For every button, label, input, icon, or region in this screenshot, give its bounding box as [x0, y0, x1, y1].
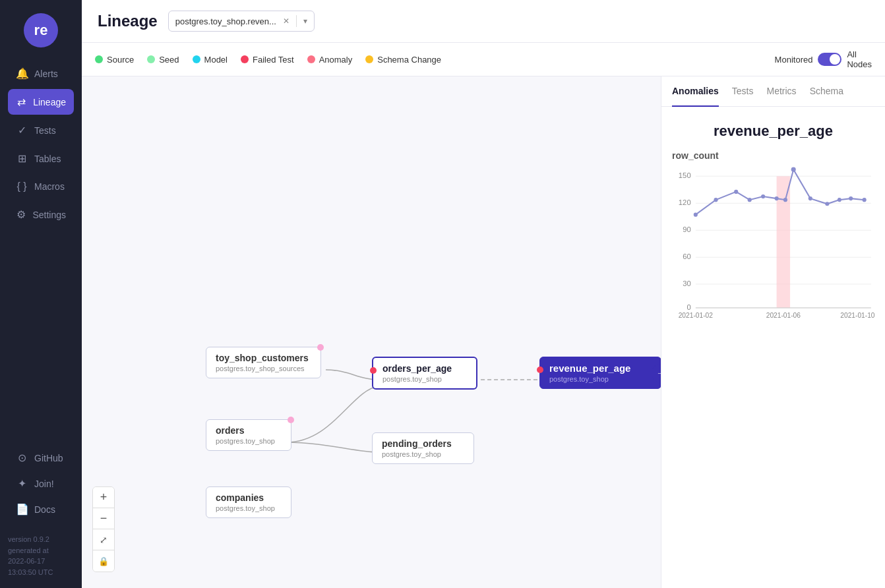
data-point: [783, 198, 787, 202]
legend-schema-change-label: Schema Change: [377, 55, 441, 65]
panel-content: revenue_per_age row_count 150 120 90 60 …: [661, 107, 885, 588]
node-subtitle: postgres.toy_shop: [382, 375, 467, 383]
page-title: Lineage: [98, 12, 158, 30]
metric-chart: 150 120 90 60 30 0: [672, 166, 874, 321]
version-info: version 0.9.2 generated at 2022-06-17 13…: [0, 529, 82, 588]
node-companies[interactable]: companies postgres.toy_shop: [206, 486, 291, 518]
node-subtitle: postgres.toy_shop: [216, 437, 282, 445]
node-title: orders_per_age: [382, 363, 467, 374]
legend-failed-test-label: Failed Test: [253, 55, 294, 65]
node-title: companies: [216, 492, 282, 503]
tab-schema[interactable]: Schema: [810, 76, 843, 107]
model-dot: [193, 55, 200, 63]
node-toy-shop-customers[interactable]: toy_shop_customers postgres.toy_shop_sou…: [206, 347, 321, 378]
legend-model-label: Model: [204, 55, 228, 65]
sidebar-item-github[interactable]: ⊙ GitHub: [8, 446, 74, 469]
legend-seed: Seed: [147, 55, 179, 65]
svg-text:30: 30: [683, 279, 691, 287]
sidebar-item-lineage[interactable]: ⇄ Lineage: [8, 89, 74, 115]
legend-anomaly: Anomaly: [307, 55, 353, 65]
alerts-icon: 🔔: [16, 67, 28, 80]
macros-icon: { }: [16, 181, 28, 192]
node-orders[interactable]: orders postgres.toy_shop: [206, 419, 291, 451]
seed-dot: [147, 55, 155, 63]
node-dot-left: [370, 367, 377, 374]
data-point: [761, 194, 765, 198]
data-point: [838, 198, 841, 202]
app-logo: re: [24, 13, 58, 47]
chart-area: 150 120 90 60 30 0: [672, 166, 874, 324]
monitored-toggle[interactable]: Monitored AllNodes: [775, 49, 872, 69]
failed-test-dot: [241, 55, 249, 63]
data-point: [863, 198, 867, 202]
node-subtitle: postgres.toy_shop: [216, 504, 282, 512]
node-pending-orders[interactable]: pending_orders postgres.toy_shop: [372, 432, 474, 464]
metric-label: row_count: [672, 150, 874, 161]
legend-failed-test: Failed Test: [241, 55, 294, 65]
sidebar-item-tests[interactable]: ✓ Tests: [8, 117, 74, 143]
github-icon: ⊙: [16, 452, 28, 464]
legend-model: Model: [193, 55, 228, 65]
right-panel: Anomalies Tests Metrics Schema revenue_p…: [661, 76, 885, 588]
docs-icon: 📄: [16, 503, 28, 515]
tab-metrics[interactable]: Metrics: [767, 76, 797, 107]
svg-text:60: 60: [683, 252, 691, 260]
join-icon: ✦: [16, 477, 28, 490]
node-dot-right: [317, 344, 324, 351]
selector-clear-icon[interactable]: ✕: [283, 16, 290, 26]
svg-text:2021-01-06: 2021-01-06: [766, 312, 801, 319]
tab-anomalies[interactable]: Anomalies: [672, 76, 719, 107]
tests-icon: ✓: [16, 124, 28, 136]
zoom-in-button[interactable]: +: [93, 487, 114, 508]
sidebar-item-tables[interactable]: ⊞ Tables: [8, 146, 74, 171]
monitored-label: Monitored: [775, 55, 813, 65]
sidebar-item-docs[interactable]: 📄 Docs: [8, 498, 74, 521]
svg-text:0: 0: [687, 303, 690, 311]
sidebar-item-label: Alerts: [34, 69, 58, 79]
anomaly-point: [791, 167, 796, 172]
connections-svg: [82, 76, 661, 588]
zoom-controls: + − ⤢ 🔒: [92, 486, 115, 572]
node-title: revenue_per_age: [549, 363, 652, 374]
toggle-knob: [830, 54, 840, 65]
lineage-icon: ⇄: [16, 96, 26, 108]
selector-value: postgres.toy_shop.reven...: [175, 16, 276, 26]
data-point: [694, 213, 698, 217]
data-point: [775, 196, 779, 200]
chevron-down-icon[interactable]: ▾: [303, 16, 307, 26]
sidebar-item-label: Macros: [34, 181, 65, 192]
sidebar-item-macros[interactable]: { } Macros: [8, 174, 74, 199]
data-point: [734, 190, 738, 194]
data-point: [714, 198, 717, 202]
lock-button[interactable]: 🔒: [93, 550, 114, 572]
sidebar-item-label: GitHub: [34, 453, 63, 463]
sidebar-bottom: ⊙ GitHub ✦ Join! 📄 Docs: [0, 438, 82, 529]
node-navigate-button[interactable]: →: [652, 364, 661, 382]
source-dot: [95, 55, 103, 63]
sidebar-item-alerts[interactable]: 🔔 Alerts: [8, 61, 74, 86]
tab-tests[interactable]: Tests: [732, 76, 754, 107]
node-selector[interactable]: postgres.toy_shop.reven... ✕ ▾: [168, 11, 315, 32]
data-point: [849, 196, 853, 200]
sidebar-item-settings[interactable]: ⚙ Settings: [8, 202, 74, 227]
sidebar-item-join[interactable]: ✦ Join!: [8, 472, 74, 495]
zoom-out-button[interactable]: −: [93, 508, 114, 529]
anomaly-dot: [307, 55, 315, 63]
toggle-switch[interactable]: [818, 53, 841, 66]
sidebar-item-label: Join!: [34, 479, 54, 489]
legend-source-label: Source: [107, 55, 134, 65]
main-area: Lineage postgres.toy_shop.reven... ✕ ▾ S…: [82, 0, 885, 588]
node-orders-per-age[interactable]: orders_per_age postgres.toy_shop: [372, 357, 477, 390]
panel-tabs: Anomalies Tests Metrics Schema: [661, 76, 885, 107]
fit-button[interactable]: ⤢: [93, 529, 114, 550]
svg-text:90: 90: [683, 225, 691, 233]
sidebar-item-label: Settings: [32, 210, 66, 220]
node-revenue-per-age[interactable]: revenue_per_age postgres.toy_shop →: [539, 357, 661, 389]
data-point: [809, 196, 812, 200]
legend-anomaly-label: Anomaly: [319, 55, 353, 65]
lineage-canvas[interactable]: toy_shop_customers postgres.toy_shop_sou…: [82, 76, 661, 588]
sidebar: re 🔔 Alerts ⇄ Lineage ✓ Tests ⊞ Tables {…: [0, 0, 82, 588]
sidebar-item-label: Tests: [34, 125, 56, 136]
legend-bar: Source Seed Model Failed Test Anomaly Sc…: [82, 43, 885, 76]
selector-divider: [296, 15, 297, 27]
